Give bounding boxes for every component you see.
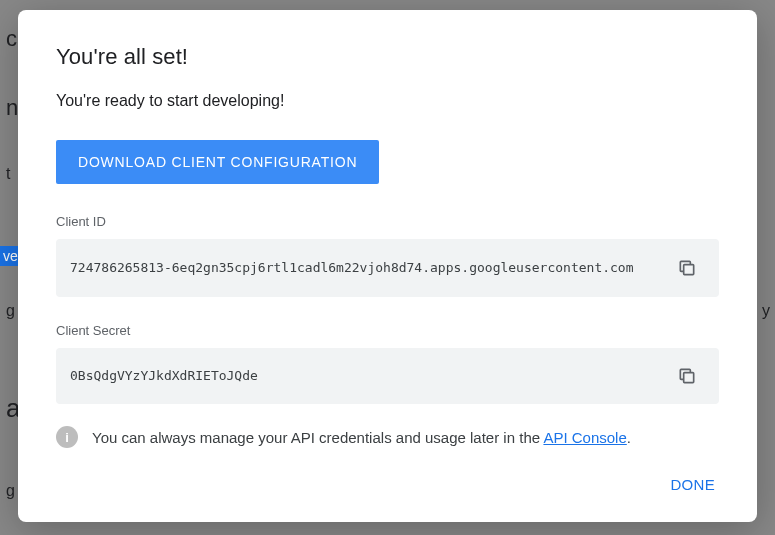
info-text-prefix: You can always manage your API credentia… bbox=[92, 429, 543, 446]
download-config-button[interactable]: DOWNLOAD CLIENT CONFIGURATION bbox=[56, 140, 379, 184]
modal-footer: DONE bbox=[56, 468, 719, 501]
info-text: You can always manage your API credentia… bbox=[92, 429, 631, 446]
bg-text: g bbox=[6, 302, 15, 320]
client-id-label: Client ID bbox=[56, 214, 719, 229]
client-secret-label: Client Secret bbox=[56, 323, 719, 338]
svg-rect-0 bbox=[684, 265, 694, 275]
info-row: i You can always manage your API credent… bbox=[56, 426, 719, 448]
client-secret-value: 0BsQdgVYzYJkdXdRIEToJQde bbox=[70, 366, 258, 386]
copy-icon bbox=[677, 258, 697, 278]
done-button[interactable]: DONE bbox=[666, 468, 719, 501]
modal-title: You're all set! bbox=[56, 44, 719, 70]
copy-icon bbox=[677, 366, 697, 386]
client-secret-box: 0BsQdgVYzYJkdXdRIEToJQde bbox=[56, 348, 719, 404]
info-text-suffix: . bbox=[627, 429, 631, 446]
bg-text: y bbox=[762, 302, 770, 320]
client-id-box: 724786265813-6eq2gn35cpj6rtl1cadl6m22vjo… bbox=[56, 239, 719, 297]
copy-client-id-button[interactable] bbox=[669, 250, 705, 286]
bg-text: g bbox=[6, 482, 15, 500]
bg-text: t bbox=[6, 165, 10, 183]
svg-rect-1 bbox=[684, 373, 694, 383]
info-icon: i bbox=[56, 426, 78, 448]
credentials-modal: You're all set! You're ready to start de… bbox=[18, 10, 757, 522]
copy-client-secret-button[interactable] bbox=[669, 358, 705, 394]
bg-text: n bbox=[6, 95, 18, 121]
client-id-value: 724786265813-6eq2gn35cpj6rtl1cadl6m22vjo… bbox=[70, 258, 634, 278]
modal-subtitle: You're ready to start developing! bbox=[56, 92, 719, 110]
bg-text: c bbox=[6, 26, 17, 52]
api-console-link[interactable]: API Console bbox=[543, 429, 626, 446]
